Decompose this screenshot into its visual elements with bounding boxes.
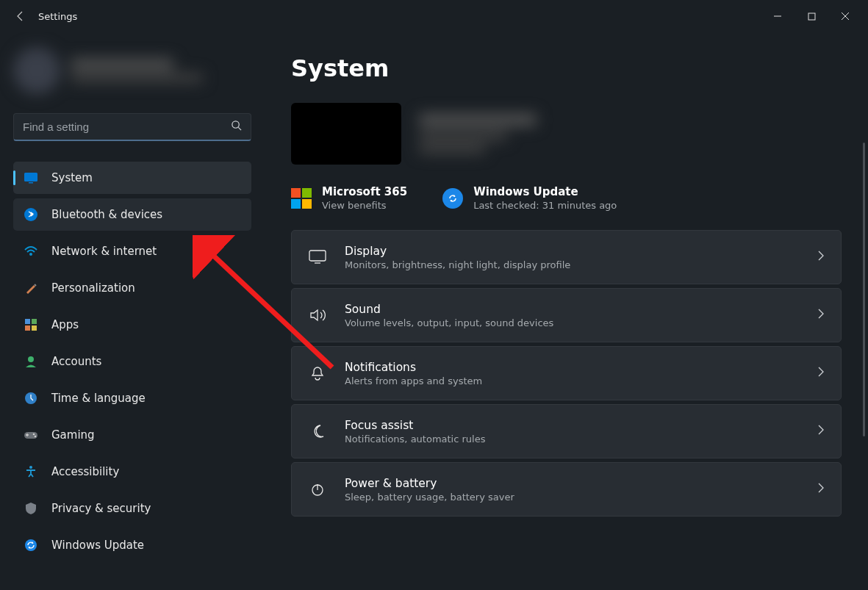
svg-rect-17: [309, 251, 326, 261]
setting-notifications[interactable]: Notifications Alerts from apps and syste…: [291, 346, 842, 400]
card-title: Focus assist: [345, 419, 817, 432]
card-sub: Monitors, brightness, night light, displ…: [345, 259, 817, 270]
notifications-icon: [308, 364, 327, 383]
svg-rect-0: [808, 13, 815, 20]
svg-point-10: [28, 356, 34, 362]
summary-links: Microsoft 365 View benefits Windows Upda…: [291, 185, 842, 211]
sound-icon: [308, 306, 327, 325]
svg-point-13: [33, 433, 35, 436]
device-summary: [291, 103, 842, 165]
setting-display[interactable]: Display Monitors, brightness, night ligh…: [291, 230, 842, 284]
card-sub: Notifications, automatic rules: [345, 433, 817, 445]
svg-point-14: [35, 436, 37, 438]
sidebar-item-bluetooth[interactable]: Bluetooth & devices: [13, 198, 251, 231]
card-title: Display: [345, 245, 817, 258]
sidebar-item-label: Network & internet: [51, 245, 157, 258]
card-title: Notifications: [345, 361, 817, 374]
chevron-right-icon: [817, 366, 825, 381]
minimize-button[interactable]: [761, 4, 795, 28]
update-icon: [24, 538, 38, 553]
sidebar-item-network[interactable]: Network & internet: [13, 235, 251, 267]
sidebar-item-label: Accounts: [51, 355, 101, 368]
svg-rect-8: [25, 325, 30, 331]
chevron-right-icon: [817, 308, 825, 323]
bluetooth-icon: [24, 207, 38, 222]
svg-point-16: [25, 539, 37, 551]
windows-update-icon: [442, 188, 463, 209]
nav-list: System Bluetooth & devices Network & int…: [13, 162, 251, 561]
svg-rect-7: [32, 319, 37, 324]
summary-label: Microsoft 365: [322, 185, 407, 198]
chevron-right-icon: [817, 424, 825, 439]
sidebar-item-accessibility[interactable]: Accessibility: [13, 456, 251, 488]
avatar: [13, 47, 60, 94]
back-button[interactable]: [6, 1, 35, 31]
sidebar-item-windows-update[interactable]: Windows Update: [13, 529, 251, 561]
search-field[interactable]: [13, 113, 251, 141]
gaming-icon: [24, 428, 38, 442]
sidebar-item-privacy[interactable]: Privacy & security: [13, 492, 251, 525]
display-icon: [308, 248, 327, 267]
apps-icon: [24, 317, 38, 332]
card-sub: Volume levels, output, input, sound devi…: [345, 317, 817, 328]
maximize-button[interactable]: [795, 4, 828, 28]
accounts-icon: [24, 354, 38, 369]
setting-sound[interactable]: Sound Volume levels, output, input, soun…: [291, 288, 842, 342]
svg-point-5: [29, 253, 32, 256]
sidebar: System Bluetooth & devices Network & int…: [0, 32, 265, 590]
card-sub: Sleep, battery usage, battery saver: [345, 492, 817, 503]
sidebar-item-label: Privacy & security: [51, 502, 151, 515]
personalization-icon: [24, 281, 38, 295]
summary-sub: Last checked: 31 minutes ago: [473, 200, 617, 211]
svg-rect-6: [25, 319, 30, 324]
search-input[interactable]: [23, 120, 231, 133]
setting-power[interactable]: Power & battery Sleep, battery usage, ba…: [291, 462, 842, 517]
sidebar-item-accounts[interactable]: Accounts: [13, 345, 251, 378]
power-icon: [308, 480, 327, 499]
window-controls: [761, 4, 862, 28]
sidebar-item-label: Bluetooth & devices: [51, 208, 162, 221]
microsoft-365-link[interactable]: Microsoft 365 View benefits: [291, 185, 407, 211]
svg-rect-9: [32, 325, 37, 331]
scrollbar[interactable]: [863, 143, 865, 436]
windows-update-link[interactable]: Windows Update Last checked: 31 minutes …: [442, 185, 617, 211]
chevron-right-icon: [817, 250, 825, 265]
focus-assist-icon: [308, 422, 327, 441]
sidebar-item-time[interactable]: Time & language: [13, 382, 251, 414]
svg-point-1: [232, 121, 239, 128]
card-sub: Alerts from apps and system: [345, 375, 817, 386]
sidebar-item-system[interactable]: System: [13, 162, 251, 194]
svg-rect-2: [24, 173, 37, 181]
privacy-icon: [24, 501, 38, 516]
sidebar-item-apps[interactable]: Apps: [13, 309, 251, 341]
user-profile[interactable]: [13, 40, 251, 101]
sidebar-item-label: Gaming: [51, 428, 95, 442]
close-button[interactable]: [828, 4, 862, 28]
page-title: System: [291, 54, 842, 82]
network-icon: [24, 244, 38, 259]
titlebar: Settings: [0, 0, 868, 32]
sidebar-item-personalization[interactable]: Personalization: [13, 272, 251, 304]
system-icon: [24, 170, 38, 185]
sidebar-item-label: Personalization: [51, 281, 135, 295]
svg-point-15: [29, 466, 32, 469]
settings-list: Display Monitors, brightness, night ligh…: [291, 230, 842, 517]
microsoft-365-icon: [291, 188, 312, 209]
sidebar-item-label: Apps: [51, 318, 79, 331]
device-thumbnail: [291, 103, 401, 165]
sidebar-item-label: Accessibility: [51, 465, 119, 478]
search-icon: [231, 120, 242, 134]
content-area: System Microsoft 365 View benefits Wi: [265, 32, 868, 590]
sidebar-item-gaming[interactable]: Gaming: [13, 419, 251, 451]
sidebar-item-label: Windows Update: [51, 539, 144, 552]
app-title: Settings: [38, 11, 77, 22]
card-title: Power & battery: [345, 477, 817, 490]
device-info: [419, 114, 537, 154]
card-title: Sound: [345, 303, 817, 316]
svg-rect-3: [29, 182, 33, 184]
chevron-right-icon: [817, 482, 825, 497]
setting-focus-assist[interactable]: Focus assist Notifications, automatic ru…: [291, 404, 842, 458]
sidebar-item-label: System: [51, 171, 93, 184]
summary-label: Windows Update: [473, 185, 617, 198]
time-icon: [24, 391, 38, 406]
